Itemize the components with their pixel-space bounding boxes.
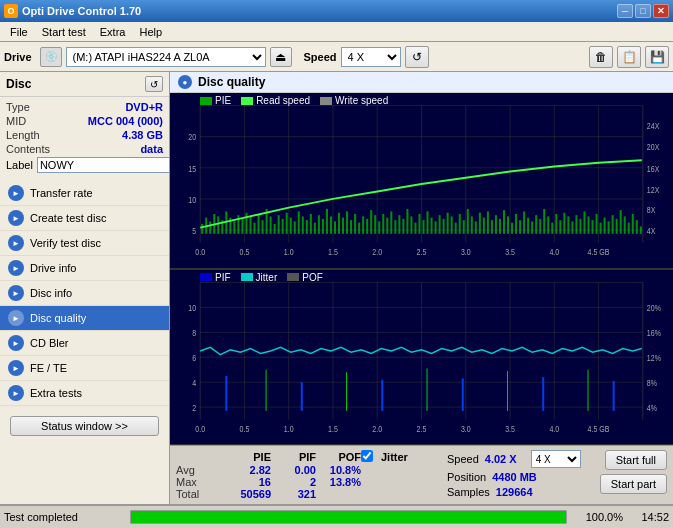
refresh-speed-button[interactable]: ↺ [405, 46, 429, 68]
svg-rect-59 [290, 218, 292, 234]
nav-disc-info[interactable]: ► Disc info [0, 281, 169, 306]
svg-rect-139 [612, 215, 614, 234]
status-bar: Test completed 100.0% 14:52 [0, 504, 673, 528]
close-button[interactable]: ✕ [653, 4, 669, 18]
max-jitter [381, 476, 431, 488]
avg-label: Avg [176, 464, 216, 476]
pof-label: POF [302, 272, 323, 283]
fe-te-icon: ► [8, 360, 24, 376]
svg-text:16X: 16X [647, 164, 660, 174]
nav-cd-bler[interactable]: ► CD Bler [0, 331, 169, 356]
transfer-rate-icon: ► [8, 185, 24, 201]
svg-rect-188 [462, 378, 464, 410]
svg-text:15: 15 [188, 164, 196, 174]
svg-rect-93 [427, 211, 429, 233]
jitter-header: Jitter [381, 450, 431, 464]
mid-value: MCC 004 (000) [88, 115, 163, 127]
speed-select-stats[interactable]: 4 X 1 X 2 X 8 X MAX [531, 450, 581, 468]
title-bar-left: O Opti Drive Control 1.70 [4, 4, 141, 18]
svg-text:1.5: 1.5 [328, 424, 338, 434]
svg-rect-127 [563, 213, 565, 234]
avg-row: Avg 2.82 0.00 10.8% [176, 464, 431, 476]
svg-text:2.0: 2.0 [372, 424, 382, 434]
pof-color [287, 273, 299, 281]
svg-rect-62 [302, 216, 304, 233]
nav-verify-test-disc[interactable]: ► Verify test disc [0, 231, 169, 256]
svg-text:5: 5 [192, 226, 196, 236]
svg-rect-39 [209, 221, 211, 233]
nav-extra-tests[interactable]: ► Extra tests [0, 381, 169, 406]
menu-help[interactable]: Help [133, 25, 168, 39]
total-row: Total 50569 321 [176, 488, 431, 500]
disc-title: Disc [6, 77, 31, 91]
svg-rect-49 [249, 216, 251, 233]
title-bar-buttons[interactable]: ─ □ ✕ [617, 4, 669, 18]
menu-extra[interactable]: Extra [94, 25, 132, 39]
menu-bar: File Start test Extra Help [0, 22, 673, 42]
app-title: Opti Drive Control 1.70 [22, 5, 141, 17]
svg-rect-61 [298, 211, 300, 233]
time-display: 14:52 [629, 511, 669, 523]
svg-text:0.5: 0.5 [240, 247, 250, 257]
nav-create-test-disc[interactable]: ► Create test disc [0, 206, 169, 231]
svg-rect-109 [491, 220, 493, 234]
disc-refresh-button[interactable]: ↺ [145, 76, 163, 92]
action-buttons: Start full Start part [600, 450, 667, 494]
label-input[interactable] [37, 157, 170, 173]
svg-rect-191 [266, 369, 267, 410]
nav-drive-info[interactable]: ► Drive info [0, 256, 169, 281]
app-icon: O [4, 4, 18, 18]
start-part-button[interactable]: Start part [600, 474, 667, 494]
svg-rect-85 [394, 220, 396, 234]
svg-rect-130 [575, 215, 577, 234]
disc-length-row: Length 4.38 GB [6, 129, 163, 141]
svg-rect-123 [547, 216, 549, 233]
disc-header: Disc ↺ [0, 72, 169, 97]
start-full-button[interactable]: Start full [605, 450, 667, 470]
svg-rect-120 [535, 215, 537, 234]
svg-text:4.0: 4.0 [549, 424, 559, 434]
legend-jitter: Jitter [241, 272, 278, 283]
svg-rect-107 [483, 218, 485, 234]
jitter-checkbox[interactable] [361, 450, 373, 462]
menu-start-test[interactable]: Start test [36, 25, 92, 39]
svg-text:3.0: 3.0 [461, 247, 471, 257]
svg-rect-50 [253, 223, 255, 234]
svg-rect-110 [495, 215, 497, 234]
disc-info-grid: Type DVD+R MID MCC 004 (000) Length 4.38… [0, 97, 169, 181]
minimize-button[interactable]: ─ [617, 4, 633, 18]
save-button[interactable]: 💾 [645, 46, 669, 68]
svg-rect-112 [503, 210, 505, 234]
bottom-legend: PIF Jitter POF [200, 272, 323, 283]
drive-select[interactable]: (M:) ATAPI iHAS224 A ZL0A [66, 47, 266, 67]
svg-text:2.5: 2.5 [417, 424, 427, 434]
svg-rect-99 [451, 216, 453, 233]
maximize-button[interactable]: □ [635, 4, 651, 18]
nav-extra-tests-label: Extra tests [30, 387, 82, 399]
svg-text:4.5 GB: 4.5 GB [588, 424, 610, 434]
svg-text:3.5: 3.5 [505, 247, 515, 257]
max-pie: 16 [216, 476, 271, 488]
speed-select[interactable]: 4 X 1 X 2 X 8 X MAX [341, 47, 401, 67]
svg-rect-195 [587, 369, 588, 410]
nav-disc-info-label: Disc info [30, 287, 72, 299]
nav-cd-bler-label: CD Bler [30, 337, 69, 349]
read-speed-label: Read speed [256, 95, 310, 106]
nav-disc-quality[interactable]: ► Disc quality [0, 306, 169, 331]
title-bar: O Opti Drive Control 1.70 ─ □ ✕ [0, 0, 673, 22]
copy-button[interactable]: 📋 [617, 46, 641, 68]
menu-file[interactable]: File [4, 25, 34, 39]
svg-rect-137 [604, 218, 606, 234]
svg-rect-56 [278, 215, 280, 234]
erase-button[interactable]: 🗑 [589, 46, 613, 68]
svg-rect-71 [338, 213, 340, 234]
eject-button[interactable]: ⏏ [270, 47, 292, 67]
svg-text:6: 6 [192, 353, 196, 363]
nav-transfer-rate[interactable]: ► Transfer rate [0, 181, 169, 206]
svg-rect-125 [555, 214, 557, 234]
disc-mid-row: MID MCC 004 (000) [6, 115, 163, 127]
type-label: Type [6, 101, 30, 113]
nav-fe-te[interactable]: ► FE / TE [0, 356, 169, 381]
status-window-button[interactable]: Status window >> [10, 416, 159, 436]
avg-pof: 10.8% [316, 464, 361, 476]
